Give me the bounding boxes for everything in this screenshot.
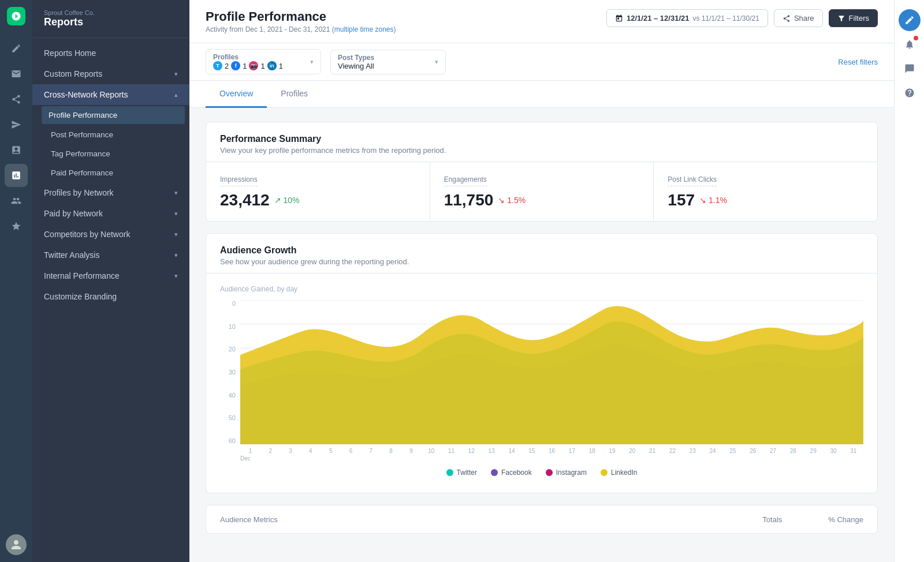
- x-label-18: 18: [582, 448, 602, 454]
- x-label-11: 11: [441, 448, 461, 454]
- sidebar-item-label: Profiles by Network: [44, 188, 114, 197]
- sidebar-item-custom-reports[interactable]: Custom Reports ▾: [32, 63, 189, 84]
- x-label-27: 27: [763, 448, 783, 454]
- sidebar-item-reports-home[interactable]: Reports Home: [32, 43, 189, 63]
- sidebar-item-twitter-analysis[interactable]: Twitter Analysis ▾: [32, 245, 189, 265]
- instagram-legend-dot: [546, 469, 553, 476]
- engagements-label: Engagements: [444, 175, 487, 186]
- engagements-metric: Engagements 11,750 ↘ 1.5%: [430, 162, 654, 221]
- impressions-change: ↗ 10%: [274, 196, 300, 205]
- post-types-chevron: ▾: [435, 58, 438, 66]
- filters-button[interactable]: Filters: [829, 9, 878, 27]
- x-label-9: 9: [401, 448, 422, 454]
- instagram-profile-icon: 📷: [249, 61, 258, 70]
- y-label-20: 20: [220, 346, 240, 353]
- x-label-10: 10: [421, 448, 441, 454]
- facebook-count: 1: [243, 62, 247, 70]
- comments-icon[interactable]: [899, 58, 921, 80]
- audience-growth-header: Audience Growth See how your audience gr…: [206, 234, 877, 273]
- sidebar-item-paid-performance[interactable]: Paid Performance: [32, 163, 189, 182]
- twitter-profile-icon: T: [213, 61, 222, 70]
- chevron-down-icon: ▾: [174, 70, 178, 78]
- sidebar-item-label: Twitter Analysis: [44, 250, 99, 260]
- x-label-28: 28: [783, 448, 803, 454]
- reset-filters-link[interactable]: Reset filters: [838, 58, 878, 66]
- nav-reports-icon[interactable]: [5, 164, 28, 187]
- nav-reviews-icon[interactable]: [5, 215, 28, 238]
- y-label-40: 40: [220, 392, 240, 399]
- chart-legend: Twitter Facebook Instagram LinkedIn: [220, 462, 863, 481]
- sidebar-item-paid-by-network[interactable]: Paid by Network ▾: [32, 203, 189, 224]
- page-title: Profile Performance: [206, 9, 396, 24]
- nav-people-icon[interactable]: [5, 189, 28, 212]
- tabs: Overview Profiles: [189, 81, 894, 108]
- topbar-right: 12/1/21 – 12/31/21 vs 11/1/21 – 11/30/21…: [606, 9, 878, 27]
- sidebar-item-post-performance[interactable]: Post Performance: [32, 125, 189, 144]
- x-label-2: 2: [260, 448, 281, 454]
- nav-tasks-icon[interactable]: [5, 138, 28, 162]
- sidebar-item-competitors-by-network[interactable]: Competitors by Network ▾: [32, 224, 189, 245]
- sidebar-item-label: Competitors by Network: [44, 230, 130, 239]
- chevron-down-icon: ▾: [174, 252, 178, 259]
- sidebar-item-profile-performance[interactable]: Profile Performance: [42, 106, 185, 124]
- x-label-25: 25: [723, 448, 743, 454]
- help-icon[interactable]: [899, 82, 921, 104]
- x-label-31: 31: [843, 448, 863, 454]
- edit-icon[interactable]: [899, 9, 921, 31]
- timezone-link[interactable]: multiple: [334, 25, 358, 33]
- nav-inbox-icon[interactable]: [5, 62, 28, 85]
- y-label-0: 0: [220, 300, 240, 307]
- notifications-icon[interactable]: [899, 33, 921, 55]
- filters-label: Filters: [849, 14, 869, 23]
- sidebar-item-tag-performance[interactable]: Tag Performance: [32, 144, 189, 163]
- chart-container: Audience Gained, by day 60 50 40 30 20 1…: [206, 273, 877, 493]
- x-label-1: 1: [240, 448, 260, 454]
- nav-social-icon[interactable]: [5, 88, 28, 111]
- post-types-filter[interactable]: Post Types Viewing All ▾: [330, 50, 446, 74]
- post-link-clicks-label: Post Link Clicks: [668, 175, 717, 186]
- impressions-metric: Impressions 23,412 ↗ 10%: [206, 162, 430, 221]
- sidebar-item-cross-network-reports[interactable]: Cross-Network Reports ▴: [32, 84, 189, 105]
- instagram-legend-label: Instagram: [556, 469, 587, 477]
- sidebar-item-customize-branding[interactable]: Customize Branding: [32, 286, 189, 307]
- right-rail: [894, 0, 924, 562]
- x-label-13: 13: [482, 448, 502, 454]
- x-label-6: 6: [341, 448, 361, 454]
- share-button[interactable]: Share: [774, 9, 823, 27]
- profiles-filter-value: T 2 f 1 📷 1 in 1: [213, 61, 283, 70]
- post-types-value: Viewing All: [338, 62, 374, 70]
- user-avatar[interactable]: [6, 534, 27, 555]
- engagements-value: 11,750 ↘ 1.5%: [444, 191, 640, 209]
- sidebar-nav: Reports Home Custom Reports ▾ Cross-Netw…: [32, 38, 189, 562]
- x-label-21: 21: [642, 448, 662, 454]
- x-label-3: 3: [281, 448, 301, 454]
- x-label-23: 23: [683, 448, 703, 454]
- nav-publish-icon[interactable]: [5, 113, 28, 136]
- x-label-14: 14: [502, 448, 522, 454]
- chart-svg: [240, 300, 863, 444]
- x-label-24: 24: [703, 448, 723, 454]
- tab-overview[interactable]: Overview: [206, 81, 267, 108]
- x-label-19: 19: [602, 448, 623, 454]
- page-subtitle: Activity from Dec 1, 2021 - Dec 31, 2021…: [206, 25, 396, 33]
- filter-bar: Profiles T 2 f 1 📷 1 in 1 ▾ Post Types V…: [189, 43, 894, 81]
- totals-label: Totals: [762, 515, 782, 524]
- y-label-10: 10: [220, 323, 240, 330]
- y-label-50: 50: [220, 414, 240, 421]
- sidebar-item-internal-performance[interactable]: Internal Performance ▾: [32, 265, 189, 286]
- sidebar-item-label: Internal Performance: [44, 271, 120, 280]
- sidebar-item-profiles-by-network[interactable]: Profiles by Network ▾: [32, 182, 189, 203]
- nav-compose-icon[interactable]: [5, 37, 28, 60]
- x-label-26: 26: [743, 448, 763, 454]
- date-range-value: 12/1/21 – 12/31/21: [627, 14, 689, 23]
- performance-summary-header: Performance Summary View your key profil…: [206, 122, 877, 162]
- twitter-legend-dot: [446, 469, 453, 476]
- audience-growth-title: Audience Growth: [220, 245, 863, 256]
- tab-profiles[interactable]: Profiles: [267, 81, 322, 108]
- impressions-label: Impressions: [220, 175, 258, 186]
- date-range-button[interactable]: 12/1/21 – 12/31/21 vs 11/1/21 – 11/30/21: [606, 9, 768, 27]
- icon-rail-left: [0, 0, 32, 562]
- profiles-filter[interactable]: Profiles T 2 f 1 📷 1 in 1 ▾: [206, 49, 321, 74]
- audience-growth-subtitle: See how your audience grew during the re…: [220, 257, 863, 266]
- x-label-5: 5: [321, 448, 341, 454]
